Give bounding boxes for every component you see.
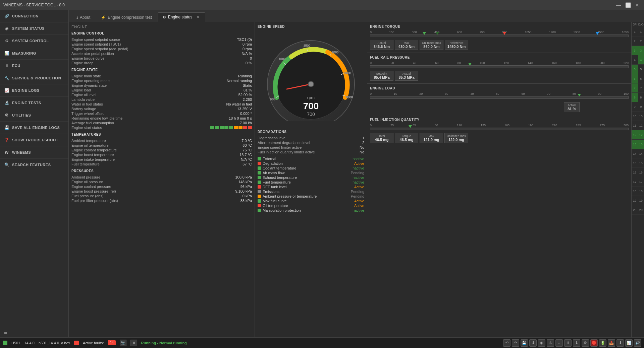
di-btn-11[interactable]: 11 (632, 121, 638, 130)
do-btn-11[interactable]: 11 (638, 121, 644, 130)
di-btn-7[interactable]: 7 (632, 83, 638, 93)
sidebar-item-troubleshoot[interactable]: ❓ SHOW TROUBLESHOOT (0, 134, 68, 146)
sidebar-item-service-production[interactable]: 🔧 SERVICE & PRODUCTION (0, 72, 68, 84)
di-btn-16[interactable]: 16 (632, 168, 638, 177)
tab-engine-compression[interactable]: ⚡ Engine compression test (96, 13, 157, 22)
toolbar-record-btn[interactable]: ◉ (538, 339, 545, 347)
toolbar-battery-btn[interactable]: 🔋 (599, 339, 606, 347)
svg-point-15 (308, 81, 314, 87)
degrade-oil-temp: Oil temperature Active (258, 203, 364, 208)
toolbar-warning-btn[interactable]: ⚠ (547, 339, 554, 347)
pause-button[interactable]: ⏸ (130, 340, 137, 346)
di-btn-5[interactable]: 5 (632, 65, 638, 74)
tab-engine-status-label: Engine status (168, 15, 193, 19)
do-btn-16[interactable]: 16 (638, 168, 644, 177)
do-btn-7[interactable]: 7 (638, 83, 644, 93)
tab-close-button[interactable]: ✕ (196, 15, 200, 19)
do-btn-2[interactable]: 2 (638, 37, 644, 46)
sidebar-item-measuring[interactable]: 📊 MEASURING (0, 47, 68, 60)
toolbar-chart-btn[interactable]: 📊 (625, 339, 633, 347)
fuel-inj-unlimited-box: Unlimited max 122.0 mg (444, 133, 468, 143)
di-btn-3[interactable]: 3 (632, 46, 638, 55)
di-do-row-20: 20 20 (632, 205, 644, 215)
toolbar-link-btn[interactable]: ↔ (555, 339, 563, 347)
do-btn-15[interactable]: 15 (638, 158, 644, 168)
di-btn-9[interactable]: 9 (632, 102, 638, 112)
do-btn-8[interactable]: 8 (638, 93, 644, 102)
di-btn-15[interactable]: 15 (632, 158, 638, 168)
di-btn-18[interactable]: 18 (632, 187, 638, 196)
di-btn-8[interactable]: 8 (632, 93, 638, 102)
status-bar: H501 14.4.0 h501_14.4.0_a.hex Active fau… (0, 337, 644, 348)
oil-temp-dot (258, 204, 261, 207)
toolbar-save-btn[interactable]: 💾 (521, 339, 528, 347)
do-btn-3[interactable]: 3 (638, 46, 644, 55)
toolbar-export-btn[interactable]: 📤 (608, 339, 615, 347)
sidebar-item-connection[interactable]: 🔗 CONNECTION (0, 10, 68, 22)
sidebar-collapse[interactable]: ☰ (0, 328, 68, 337)
sidebar-item-save-logs[interactable]: 💾 SAVE ALL ENGINE LOGS (0, 122, 68, 134)
ecu-icon: 🖥 (4, 63, 9, 68)
manipulation-dot (258, 209, 261, 212)
tab-engine-status[interactable]: ⚙ Engine status ✕ (158, 12, 206, 22)
toolbar-settings-btn[interactable]: ⚙ (582, 339, 589, 347)
pause-icon: ⏸ (132, 341, 136, 345)
do-btn-20[interactable]: 20 (638, 205, 644, 215)
sidebar-item-ecu[interactable]: 🖥 ECU (0, 60, 68, 72)
engine-data-panel: ENGINE ENGINE CONTROL Engine speed setpo… (69, 22, 255, 337)
sidebar-item-wineems[interactable]: W WINEEMS (0, 146, 68, 159)
di-btn-2[interactable]: 2 (632, 37, 638, 46)
di-btn-1[interactable]: 1 (632, 27, 638, 37)
di-btn-19[interactable]: 19 (632, 196, 638, 205)
do-btn-4[interactable]: 4 (638, 55, 644, 65)
toolbar-redo-btn[interactable]: ↷ (512, 339, 519, 347)
toolbar-up-btn[interactable]: ⬆ (564, 339, 572, 347)
close-button[interactable]: ✕ (634, 2, 641, 8)
camera-button[interactable]: 📷 (120, 340, 126, 346)
fuel-inj-max-box: Max 121.9 mg (420, 133, 443, 143)
di-btn-4[interactable]: 4 (632, 55, 638, 65)
di-do-row-10: 10 10 (632, 112, 644, 121)
do-btn-9[interactable]: 9 (638, 102, 644, 112)
do-btn-1[interactable]: 1 (638, 27, 644, 37)
do-btn-18[interactable]: 18 (638, 187, 644, 196)
svg-text:1000: 1000 (279, 57, 285, 61)
toolbar-undo-btn[interactable]: ↶ (503, 339, 511, 347)
di-btn-14[interactable]: 14 (632, 149, 638, 158)
toolbar-down-btn[interactable]: ⬇ (573, 339, 580, 347)
di-btn-17[interactable]: 17 (632, 177, 638, 187)
minimize-button[interactable]: — (615, 2, 622, 8)
sidebar-item-system-control[interactable]: ⚙ SYSTEM CONTROL (0, 35, 68, 47)
sidebar-item-search[interactable]: 🔍 SEARCH FEATURES (0, 159, 68, 171)
tab-about[interactable]: ℹ About (71, 13, 95, 22)
toolbar-download-btn[interactable]: ⬇ (529, 339, 537, 347)
toolbar-stop-btn[interactable]: 🔴 (590, 339, 598, 347)
di-btn-20[interactable]: 20 (632, 205, 638, 215)
maximize-button[interactable]: ⬜ (625, 2, 631, 8)
sidebar-item-engine-logs[interactable]: 📈 ENGINE LOGS (0, 84, 68, 97)
do-btn-14[interactable]: 14 (638, 149, 644, 158)
di-btn-13[interactable]: 13 (632, 140, 638, 149)
sidebar-item-engine-tests[interactable]: 🔬 ENGINE TESTS (0, 97, 68, 109)
status-version: 14.4.0 (24, 341, 35, 345)
di-btn-10[interactable]: 10 (632, 112, 638, 121)
toolbar-import-btn[interactable]: ⬇ (616, 339, 624, 347)
do-btn-5[interactable]: 5 (638, 65, 644, 74)
air-mass-dot (258, 171, 261, 175)
gauge-degradation-panel: ENGINE SPEED (255, 22, 367, 337)
di-btn-12[interactable]: 12 (632, 130, 638, 140)
sidebar-item-system-status[interactable]: ◉ SYSTEM STATUS (0, 22, 68, 35)
do-btn-12[interactable]: 12 (638, 130, 644, 140)
toolbar-sound-btn[interactable]: 🔊 (634, 339, 641, 347)
row-speed-tsc1: Engine speed setpoint (TSC1) 0 rpm (71, 42, 252, 47)
sidebar-item-utilities[interactable]: 🛠 UTILITIES (0, 109, 68, 122)
di-btn-6[interactable]: 6 (632, 74, 638, 83)
torque-max-box: Max 430.0 Nm (395, 40, 418, 50)
do-btn-17[interactable]: 17 (638, 177, 644, 187)
do-btn-19[interactable]: 19 (638, 196, 644, 205)
exhaust-dot (258, 176, 261, 179)
do-btn-10[interactable]: 10 (638, 112, 644, 121)
do-btn-6[interactable]: 6 (638, 74, 644, 83)
do-btn-13[interactable]: 13 (638, 140, 644, 149)
def-tank-dot (258, 185, 261, 189)
